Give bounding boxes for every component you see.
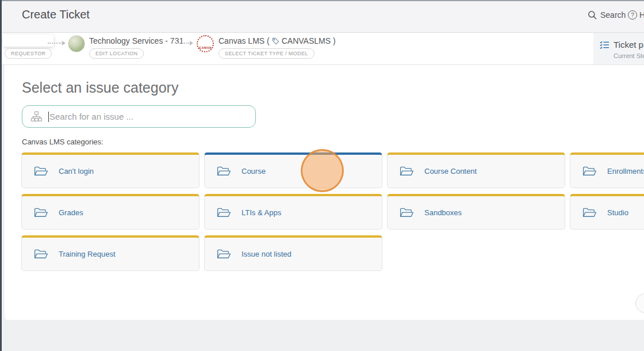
issue-search-box[interactable]: [22, 105, 256, 128]
step-arrow-icon: [175, 41, 193, 45]
category-card[interactable]: Issue not listed: [204, 235, 382, 271]
progress-title: Ticket pr: [614, 40, 644, 49]
window-left-edge: [0, 0, 2, 351]
page-title: Create Ticket: [22, 8, 90, 21]
sitemap-icon: [30, 111, 43, 122]
window-top-edge: [0, 0, 644, 1]
step-arrow-icon: [48, 41, 66, 45]
help-button[interactable]: ? H: [628, 10, 644, 20]
folder-open-icon: [216, 248, 232, 260]
category-label: Issue not listed: [241, 250, 292, 258]
canvas-logo: CANVA: [197, 35, 214, 52]
global-search-button[interactable]: Search: [588, 10, 626, 20]
category-card[interactable]: Course Content: [387, 152, 565, 188]
progress-subtitle: Current Ste: [614, 52, 644, 59]
category-grid: Can't login Course Course Content Enroll…: [21, 152, 644, 271]
category-label: Can't login: [59, 167, 94, 175]
model-title: Canvas LMS ( CANVASLMS ): [218, 36, 336, 45]
select-ticket-type-button[interactable]: SELECT TICKET TYPE / MODEL: [218, 48, 315, 59]
category-card[interactable]: Course: [204, 152, 382, 188]
search-icon: [588, 10, 597, 20]
category-card[interactable]: Sandboxes: [387, 194, 565, 230]
location-title: Technology Services - 731: [89, 36, 183, 45]
edit-location-button[interactable]: EDIT LOCATION: [89, 48, 144, 59]
folder-open-icon: [399, 165, 415, 177]
folder-open-icon: [216, 207, 232, 219]
model-tag: CANVASLMS: [282, 36, 331, 45]
question-circle-icon: ?: [628, 10, 637, 20]
category-label: Enrollments: [607, 167, 644, 175]
topbar: Create Ticket Search ? H: [2, 1, 644, 33]
model-title-suffix: ): [333, 36, 336, 45]
global-search-label: Search: [600, 10, 626, 20]
category-label: Course: [241, 167, 266, 175]
folder-open-icon: [399, 207, 415, 219]
checklist-icon: [600, 41, 610, 49]
main-panel: Select an issue category Canvas LMS cate…: [5, 65, 644, 320]
step-location: Technology Services - 731 EDIT LOCATION: [89, 36, 183, 59]
category-label: LTIs & Apps: [241, 208, 281, 217]
folder-open-icon: [216, 165, 232, 177]
category-label: Studio: [607, 208, 628, 217]
folder-open-icon: [33, 207, 49, 219]
folder-open-icon: [582, 207, 597, 219]
canvas-logo-text: CANVA: [199, 46, 212, 49]
text-caret: [48, 112, 49, 122]
category-label: Course Content: [424, 167, 477, 175]
folder-open-icon: [582, 165, 597, 177]
requestor-redacted-name: [3, 35, 53, 47]
step-ticket-model: Canvas LMS ( CANVASLMS ) SELECT TICKET T…: [218, 36, 336, 59]
location-avatar: [68, 35, 85, 52]
category-card[interactable]: Grades: [21, 194, 200, 230]
folder-open-icon: [33, 165, 49, 177]
help-label: H: [639, 10, 644, 20]
category-label: Sandboxes: [424, 208, 462, 217]
category-card[interactable]: Can't login: [21, 152, 200, 188]
section-heading: Select an issue category: [22, 79, 178, 96]
ticket-stepper: REQUESTOR Technology Services - 731 EDIT…: [2, 33, 644, 65]
category-card[interactable]: Training Request: [21, 235, 200, 271]
requestor-badge: REQUESTOR: [5, 48, 52, 59]
category-card[interactable]: Enrollments: [570, 152, 644, 188]
issue-search-input[interactable]: [49, 112, 239, 121]
category-label: Training Request: [59, 250, 116, 258]
category-label: Grades: [59, 208, 83, 217]
ticket-progress-panel: Ticket pr Current Ste: [593, 33, 644, 64]
categories-label: Canvas LMS categories:: [22, 138, 103, 146]
folder-open-icon: [33, 248, 49, 260]
category-card[interactable]: Studio: [570, 194, 644, 230]
tag-icon: [272, 37, 279, 45]
category-card[interactable]: LTIs & Apps: [204, 194, 382, 230]
model-title-prefix: Canvas LMS (: [218, 36, 270, 45]
